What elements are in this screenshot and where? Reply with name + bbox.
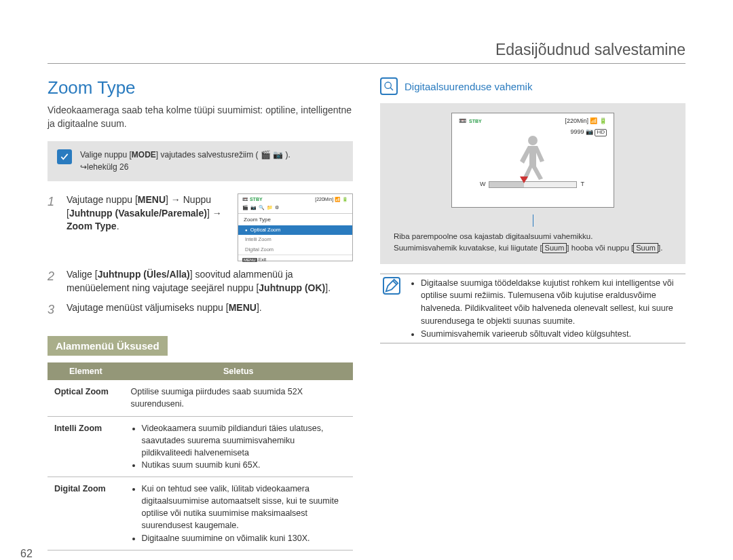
step1-zoom: Zoom Type — [67, 221, 117, 231]
step-1: 1 Vajutage nuppu [MENU] → Nuppu [Juhtnup… — [48, 193, 353, 261]
step3-menu: MENU — [229, 302, 257, 313]
section-heading: Zoom Type — [48, 77, 353, 98]
zoom-range-note2c: ]. — [658, 244, 662, 252]
silhouette-figure — [509, 132, 557, 182]
callout-line — [533, 214, 533, 227]
step-number: 2 — [48, 268, 60, 285]
lcd2-count: 9999 — [570, 128, 584, 135]
step2-text-a: Valige [ — [67, 269, 98, 280]
table-header-desc: Seletus — [124, 362, 354, 380]
lcd-time: [220Min] — [315, 197, 333, 202]
step-3: 3 Vajutage menüüst väljumiseks nuppu [ME… — [48, 301, 353, 318]
zoom-range-note1: Riba parempoolne osa kajastab digitaalsu… — [394, 231, 672, 242]
magnifier-icon — [380, 77, 398, 95]
mode-note-box: Valige nuppu [MODE] vajutades salvestusr… — [48, 141, 353, 181]
svg-marker-3 — [520, 176, 528, 183]
row-digital-b1: Kui on tehtud see valik, lülitab videoka… — [142, 483, 347, 532]
lcd-menu-digital: Digital Zoom — [238, 245, 352, 255]
lcd2-stby: STBY — [469, 119, 482, 124]
step1-text-d: . — [117, 221, 119, 231]
section-intro: Videokaameraga saab teha kolme tüüpi suu… — [48, 104, 353, 130]
digital-range-title: Digitaalsuurenduse vahemik — [405, 81, 532, 92]
row-digital-name: Digital Zoom — [48, 477, 124, 550]
page-number: 62 — [20, 548, 33, 560]
step1-joystick: Juhtnupp (Vasakule/Paremale) — [69, 208, 207, 219]
submenu-table: Element Seletus Optical Zoom Optilise su… — [48, 362, 353, 550]
step2-text-c: ]. — [325, 282, 331, 293]
step-number: 1 — [48, 193, 60, 210]
table-row: Digital Zoom Kui on tehtud see valik, lü… — [48, 477, 353, 550]
zoom-bar — [489, 181, 577, 188]
zoom-range-note2b: ] hooba või nuppu [ — [567, 244, 633, 252]
lcd-stby: STBY — [250, 197, 263, 202]
mode-note-text-mid: ] vajutades salvestusrežiim ( 🎬 📷 ). — [156, 150, 290, 160]
lcd-preview: 📼 STBY [220Min] 📶 🔋 9999 📷 HD — [451, 113, 614, 208]
step-number: 3 — [48, 301, 60, 318]
right-column: Digitaalsuurenduse vahemik 📼 STBY [220Mi… — [380, 77, 685, 550]
mode-note-page-ref: ↪lehekülg 26 — [80, 162, 128, 172]
note-pencil-icon — [383, 277, 400, 295]
row-digital-b2: Digitaalne suumimine on võimalik kuni 13… — [142, 532, 347, 544]
table-header-element: Element — [48, 362, 124, 380]
svg-point-0 — [385, 82, 391, 88]
mode-check-icon — [57, 149, 72, 164]
mode-note-key: MODE — [132, 150, 156, 160]
step3-text-b: ]. — [257, 302, 262, 313]
step3-text-a: Vajutage menüüst väljumiseks nuppu [ — [67, 302, 229, 313]
note-bullet-1: Digitaalse suumiga töödeldakse kujutist … — [421, 277, 680, 328]
lcd2-time: [220Min] — [565, 117, 588, 124]
zoom-pointer-icon — [520, 175, 528, 185]
lcd-menu-intelli: Intelli Zoom — [238, 235, 352, 245]
row-intelli-name: Intelli Zoom — [48, 416, 124, 477]
submenu-badge: Alammenüü Üksused — [48, 336, 168, 356]
page-title: Edasijõudnud salvestamine — [48, 41, 685, 64]
left-column: Zoom Type Videokaameraga saab teha kolme… — [48, 77, 353, 550]
table-row: Intelli Zoom Videokaamera suumib pildian… — [48, 416, 353, 477]
info-note-box: Digitaalse suumiga töödeldakse kujutist … — [380, 274, 685, 344]
table-row: Optical Zoom Optilise suumiga piirdudes … — [48, 380, 353, 416]
row-intelli-b2: Nutikas suum suumib kuni 65X. — [142, 459, 347, 471]
zoom-range-note2a: Suumimisvahemik kuvatakse, kui liigutate… — [394, 244, 542, 252]
step-2: 2 Valige [Juhtnupp (Üles/Alla)] soovitud… — [48, 268, 353, 295]
lcd2-hd: HD — [595, 129, 607, 136]
step2-joystick: Juhtnupp (Üles/Alla) — [98, 269, 190, 280]
step1-text-c: ] → — [207, 208, 222, 219]
mode-note-text-pre: Valige nuppu [ — [80, 150, 132, 160]
svg-point-2 — [528, 136, 538, 145]
zoom-key1: Suum — [542, 243, 567, 253]
lcd-menu-optical: Optical Zoom — [238, 225, 352, 236]
note-bullet-2: Suumimisvahemik varieerub sõltuvalt vide… — [421, 328, 680, 341]
lcd-menu-exit: MENU Exit — [238, 255, 352, 265]
lcd-mock-menu: 📼 STBY [220Min] 📶 🔋 🎬📷🔍📁⚙ Zoom Type Opti… — [238, 193, 353, 261]
lcd-preview-wrap: 📼 STBY [220Min] 📶 🔋 9999 📷 HD — [380, 103, 685, 264]
step2-ok: Juhtnupp (OK) — [259, 282, 325, 293]
lcd-menu-title: Zoom Type — [238, 214, 352, 225]
zoom-key2: Suum — [633, 243, 658, 253]
svg-line-1 — [390, 88, 393, 90]
step1-text-a: Vajutage nuppu [ — [67, 194, 138, 205]
row-intelli-b1: Videokaamera suumib pildianduri täies ul… — [142, 422, 347, 459]
row-optical-desc: Optilise suumiga piirdudes saab suumida … — [124, 380, 354, 416]
row-optical-name: Optical Zoom — [48, 380, 124, 416]
step1-menu: MENU — [138, 194, 166, 205]
